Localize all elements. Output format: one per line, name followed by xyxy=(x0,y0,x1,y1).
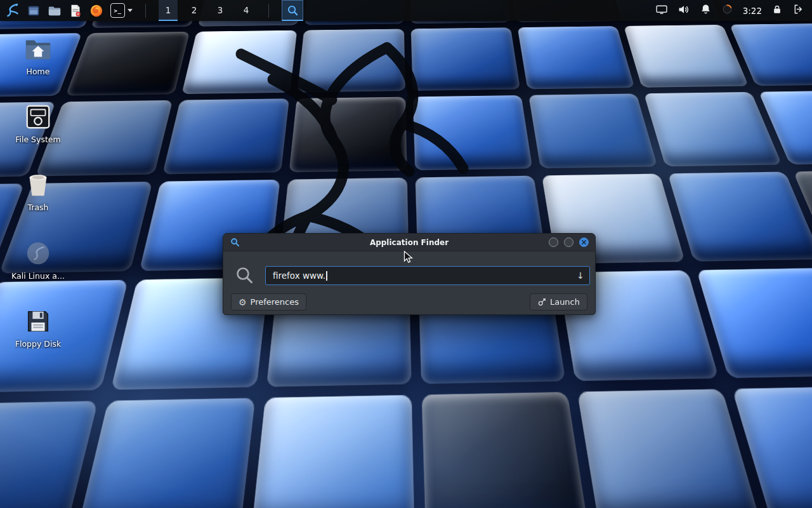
close-button[interactable] xyxy=(579,237,589,247)
application-finder-launcher[interactable] xyxy=(282,0,303,21)
gear-icon: ⚙ xyxy=(239,298,247,307)
wallpaper-cube xyxy=(422,392,589,508)
wallpaper-cube xyxy=(75,398,256,508)
wallpaper-cube xyxy=(528,93,658,168)
volume-icon[interactable] xyxy=(678,3,690,18)
logout-icon[interactable] xyxy=(792,3,804,18)
firefox-icon[interactable] xyxy=(89,0,103,21)
panel-separator xyxy=(145,4,146,18)
minimize-button[interactable] xyxy=(549,237,558,247)
floppy-disk-icon xyxy=(23,307,53,336)
panel-launchers: >_ 1 2 3 4 xyxy=(0,0,303,21)
wallpaper-cube xyxy=(251,395,414,508)
application-finder-window: Application Finder firefox www. ↓ xyxy=(223,233,596,315)
top-panel: >_ 1 2 3 4 xyxy=(0,0,812,21)
desktop-icon-label: Home xyxy=(27,67,50,76)
desktop-icon-trash[interactable]: Trash xyxy=(8,170,69,212)
desktop-icon-file-system[interactable]: File System xyxy=(8,102,69,144)
panel-separator xyxy=(268,4,269,18)
desktop-icon-kali-docs[interactable]: Kali Linux a... xyxy=(8,239,69,281)
desktop-screen: >_ 1 2 3 4 xyxy=(0,0,812,508)
titlebar[interactable]: Application Finder xyxy=(223,234,595,251)
launch-icon xyxy=(537,298,546,307)
desktop-icon-home[interactable]: Home xyxy=(8,34,69,76)
wallpaper-cube xyxy=(644,92,782,166)
lock-icon[interactable] xyxy=(771,4,783,18)
launch-button[interactable]: Launch xyxy=(530,293,587,311)
wallpaper-cube xyxy=(65,32,190,96)
trash-can-icon xyxy=(23,170,53,199)
search-input[interactable]: firefox www. ↓ xyxy=(265,266,590,285)
search-query-text: firefox www. xyxy=(273,271,325,281)
filesystem-drive-icon xyxy=(23,102,53,131)
kali-docs-icon xyxy=(23,239,53,268)
preferences-button[interactable]: ⚙ Preferences xyxy=(231,293,306,311)
workspace-1[interactable]: 1 xyxy=(159,0,178,21)
window-title: Application Finder xyxy=(223,238,595,247)
workspace-2[interactable]: 2 xyxy=(185,0,204,21)
app-finder-icon xyxy=(230,237,240,247)
search-icon xyxy=(287,4,299,17)
panel-clock[interactable]: 3:22 xyxy=(743,6,762,16)
desktop-icon-label: Floppy Disk xyxy=(15,339,61,349)
close-icon xyxy=(581,239,587,245)
search-icon xyxy=(235,265,254,287)
wallpaper-cube xyxy=(518,26,635,89)
launch-label: Launch xyxy=(550,297,580,307)
workspace-4[interactable]: 4 xyxy=(237,0,256,21)
kali-menu-icon[interactable] xyxy=(4,0,20,21)
desktop-icon-floppy-disk[interactable]: Floppy Disk xyxy=(8,307,69,349)
maximize-button[interactable] xyxy=(564,237,573,247)
file-manager-icon[interactable] xyxy=(27,0,41,21)
wallpaper-cube xyxy=(577,389,762,508)
folder-icon[interactable] xyxy=(48,0,62,21)
desktop-icon-label: Trash xyxy=(27,203,48,212)
window-controls xyxy=(549,237,589,247)
preferences-label: Preferences xyxy=(251,297,299,307)
status-orb-icon[interactable] xyxy=(721,3,733,18)
terminal-icon[interactable]: >_ xyxy=(110,0,133,21)
wallpaper-cube xyxy=(668,171,812,261)
desktop-icon-label: File System xyxy=(15,135,61,144)
desktop-icon-label: Kali Linux a... xyxy=(11,271,65,281)
display-icon[interactable] xyxy=(655,3,668,18)
terminal-glyph: >_ xyxy=(114,8,122,14)
text-caret xyxy=(326,271,327,281)
wallpaper-cube xyxy=(0,401,98,508)
chevron-down-icon[interactable] xyxy=(128,9,133,12)
workspace-3[interactable]: 3 xyxy=(211,0,230,21)
dropdown-arrow-icon[interactable]: ↓ xyxy=(577,271,584,281)
system-tray: 3:22 xyxy=(655,3,812,18)
wallpaper-cube xyxy=(624,25,749,88)
home-folder-icon xyxy=(23,34,53,64)
notifications-icon[interactable] xyxy=(700,3,712,18)
text-editor-icon[interactable] xyxy=(69,0,82,21)
